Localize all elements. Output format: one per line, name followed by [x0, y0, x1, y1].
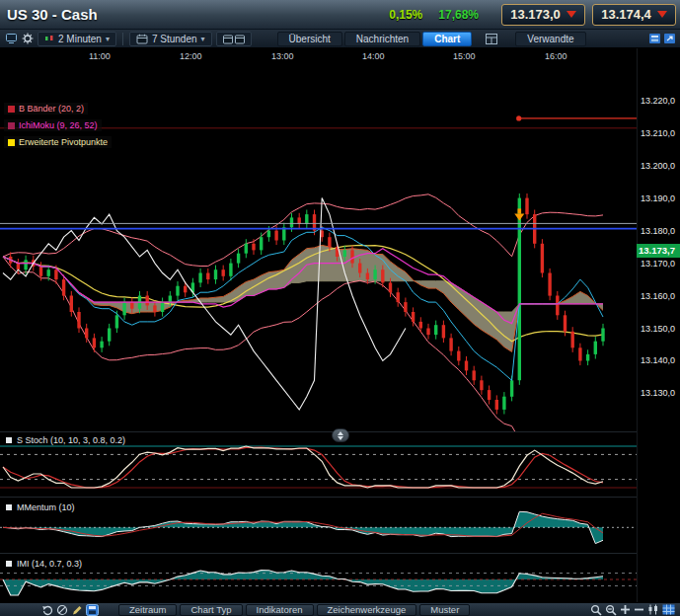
price-axis: 13.220,013.210,013.200,013.190,013.180,0…: [637, 48, 680, 602]
stochastic-label[interactable]: S Stoch (10, 10, 3, 0.8, 0.2): [6, 435, 125, 445]
legend-pivots[interactable]: Erweiterte Pivotpunkte: [4, 136, 112, 148]
bottom-toolbar: Zeitraum Chart Typ Indikatoren Zeichenwe…: [0, 602, 680, 616]
legend-ichimoku[interactable]: IchiMoku (9, 26, 52): [4, 119, 102, 131]
view-tabs: Übersicht Nachrichten Chart: [277, 32, 473, 46]
price-tick-label: 13.190,0: [641, 193, 675, 203]
detach-window-icon[interactable]: [664, 34, 675, 43]
clear-drawings-icon[interactable]: [56, 604, 68, 616]
instrument-title: US 30 - Cash: [7, 6, 98, 23]
chevron-down-icon: ▾: [106, 35, 110, 43]
panel-resize-handle[interactable]: [332, 428, 349, 442]
indicator-swatch: [6, 561, 12, 567]
momentum-label[interactable]: MMentum (10): [6, 502, 75, 512]
zoom-out-minus-icon[interactable]: [634, 604, 644, 615]
arrow-down-icon: [338, 436, 343, 440]
panel-label: S Stoch (10, 10, 3, 0.8, 0.2): [17, 435, 125, 445]
candles-mini-icon: [44, 34, 54, 43]
range-percent: 17,68%: [438, 8, 479, 22]
imi-panel: [0, 554, 637, 602]
zoom-out-icon[interactable]: [605, 604, 617, 616]
zoom-icon[interactable]: [590, 604, 602, 616]
interval-value: 2 Minuten: [58, 34, 102, 44]
legend-label: B Bänder (20, 2): [19, 104, 84, 114]
panel-layout-icon[interactable]: [486, 34, 497, 44]
interval-select[interactable]: 2 Minuten ▾: [38, 32, 116, 46]
main-price-chart[interactable]: [0, 48, 637, 432]
tab-nachrichten[interactable]: Nachrichten: [344, 32, 420, 46]
time-tick-label: 11:00: [89, 51, 111, 61]
legend-swatch: [8, 139, 15, 146]
pencil-icon[interactable]: [71, 604, 83, 616]
save-chart-icon[interactable]: [86, 604, 99, 616]
legend-swatch: [8, 106, 15, 113]
last-price-badge: 13.173,7: [637, 244, 680, 258]
undo-icon[interactable]: [41, 604, 53, 616]
zoom-in-plus-icon[interactable]: [620, 604, 631, 615]
momentum-panel: [0, 498, 637, 553]
trading-app-window: US 30 - Cash 0,15% 17,68% 13.173,0 13.17…: [0, 0, 680, 616]
time-tick-label: 14:00: [362, 51, 385, 61]
panel-label: MMentum (10): [17, 502, 75, 512]
zeichenwerkzeuge-button[interactable]: Zeichenwerkzeuge: [317, 604, 417, 616]
chevron-down-icon: ▾: [201, 35, 205, 43]
price-tick-label: 13.140,0: [641, 355, 675, 365]
price-tick-label: 13.150,0: [641, 324, 675, 334]
change-percent: 0,15%: [389, 8, 422, 22]
price-tick-label: 13.200,0: [641, 161, 675, 171]
legend-swatch: [8, 122, 15, 129]
ask-price: 13.174,4: [601, 7, 651, 22]
arrow-up-icon: [338, 431, 343, 435]
buy-price-button[interactable]: 13.174,4: [592, 4, 676, 26]
time-tick-label: 16:00: [545, 51, 567, 61]
price-tick-label: 13.170,0: [641, 259, 675, 269]
imi-label[interactable]: IMI (14, 0.7, 0.3): [6, 559, 82, 569]
chart-typ-button[interactable]: Chart Typ: [180, 604, 242, 616]
tab-uebersicht[interactable]: Übersicht: [277, 32, 342, 46]
candlestick-chart-icon[interactable]: [647, 604, 659, 615]
new-window-icon[interactable]: [649, 34, 660, 43]
price-tick-label: 13.160,0: [641, 291, 675, 301]
range-value: 7 Stunden: [152, 34, 197, 44]
divider: [122, 33, 123, 45]
tab-chart[interactable]: Chart: [422, 32, 472, 46]
grid-view-icon[interactable]: [662, 604, 675, 615]
zeitraum-button[interactable]: Zeitraum: [118, 604, 177, 616]
legend-label: IchiMoku (9, 26, 52): [19, 120, 98, 130]
date-range-button[interactable]: [216, 32, 252, 46]
related-button[interactable]: Verwandte: [515, 32, 585, 46]
chart-area: 11:0012:0013:0014:0015:0016:00 B Bänder …: [0, 48, 680, 602]
dual-calendar-icon: [223, 34, 245, 44]
time-tick-label: 13:00: [271, 51, 294, 61]
range-select[interactable]: 7 Stunden ▾: [129, 32, 212, 46]
panel-label: IMI (14, 0.7, 0.3): [17, 559, 82, 569]
time-tick-label: 12:00: [180, 51, 202, 61]
time-tick-label: 15:00: [453, 51, 476, 61]
sell-price-button[interactable]: 13.173,0: [501, 4, 585, 26]
bid-price: 13.173,0: [510, 7, 561, 22]
legend-label: Erweiterte Pivotpunkte: [19, 137, 108, 147]
chart-toolbar: 2 Minuten ▾ 7 Stunden ▾ Übersicht Nachri…: [0, 30, 680, 48]
gear-icon[interactable]: [22, 33, 34, 44]
price-tick-label: 13.220,0: [641, 96, 675, 106]
price-down-arrow-icon: [567, 11, 576, 18]
calendar-icon: [136, 34, 148, 44]
indicator-swatch: [6, 437, 12, 443]
indicator-swatch: [6, 504, 12, 510]
indikatoren-button[interactable]: Indikatoren: [246, 604, 314, 616]
price-tick-label: 13.130,0: [641, 388, 675, 398]
title-bar: US 30 - Cash 0,15% 17,68% 13.173,0 13.17…: [0, 0, 680, 30]
price-tick-label: 13.210,0: [641, 128, 675, 138]
legend-bollinger[interactable]: B Bänder (20, 2): [4, 103, 88, 115]
price-down-arrow-icon: [657, 11, 667, 18]
screen-icon[interactable]: [5, 33, 18, 44]
muster-button[interactable]: Muster: [419, 604, 470, 616]
price-tick-label: 13.180,0: [641, 226, 675, 236]
